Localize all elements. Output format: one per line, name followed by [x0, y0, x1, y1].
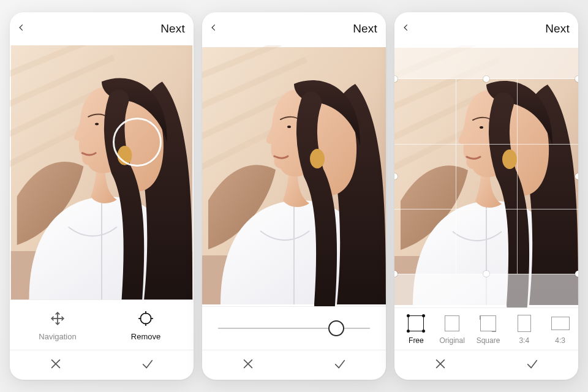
x-icon	[241, 357, 255, 373]
slider-knob[interactable]	[328, 320, 344, 336]
editor-screen-crop: Next Free	[394, 12, 578, 380]
check-icon	[526, 357, 539, 373]
ratio-free-label: Free	[409, 336, 424, 345]
editor-screen-heal: Next	[10, 12, 194, 380]
edited-photo	[10, 45, 194, 300]
crop-handle-se[interactable]	[575, 271, 578, 277]
next-button[interactable]: Next	[160, 22, 185, 36]
tool-remove-label: Remove	[131, 332, 160, 341]
ratio-original[interactable]: Original	[435, 314, 469, 345]
tool-remove[interactable]: Remove	[102, 307, 190, 344]
ratio-3-4-label: 3:4	[519, 336, 529, 345]
ratio-square-label: Square	[477, 336, 500, 345]
tool-navigation-label: Navigation	[39, 332, 76, 341]
crop-handle-e[interactable]	[575, 173, 578, 179]
chevron-left-icon	[209, 23, 218, 34]
topbar: Next	[394, 12, 578, 45]
svg-point-10	[140, 313, 151, 323]
back-button[interactable]	[208, 23, 219, 34]
adjust-slider-row	[202, 306, 386, 350]
photo-canvas[interactable]	[202, 45, 386, 306]
check-icon	[333, 357, 347, 373]
confirm-button[interactable]	[486, 350, 578, 380]
confirm-row	[202, 350, 386, 380]
cancel-button[interactable]	[202, 350, 294, 380]
chevron-left-icon	[17, 23, 26, 34]
crop-grid[interactable]	[394, 78, 578, 274]
adjust-slider[interactable]	[218, 328, 370, 329]
free-crop-icon	[407, 314, 425, 333]
crop-dim-top	[394, 45, 578, 78]
topbar: Next	[202, 12, 386, 45]
edited-photo	[202, 45, 386, 306]
aspect-ratio-row: Free Original Square 3:4 4:3	[394, 307, 578, 350]
crop-handle-n[interactable]	[483, 76, 489, 82]
crop-dim-bottom	[394, 274, 578, 307]
photo-canvas[interactable]	[394, 45, 578, 307]
next-button[interactable]: Next	[353, 22, 377, 36]
ratio-4-3-icon	[551, 314, 570, 333]
target-icon	[137, 310, 154, 327]
back-button[interactable]	[16, 23, 27, 34]
ratio-square[interactable]: Square	[472, 314, 505, 345]
crop-handle-w[interactable]	[394, 173, 398, 179]
chevron-left-icon	[402, 23, 410, 34]
editor-screen-adjust: Next	[202, 12, 386, 380]
x-icon	[49, 357, 62, 373]
cancel-button[interactable]	[10, 350, 102, 380]
cancel-button[interactable]	[394, 350, 486, 380]
ratio-3-4[interactable]: 3:4	[507, 314, 541, 345]
confirm-row	[10, 350, 194, 380]
photo-canvas[interactable]	[10, 45, 194, 300]
tool-row: Navigation Remove	[10, 300, 194, 350]
back-button[interactable]	[401, 23, 412, 34]
crop-handle-nw[interactable]	[394, 76, 398, 82]
heal-loupe[interactable]	[113, 118, 162, 167]
ratio-original-label: Original	[440, 336, 465, 345]
original-ratio-icon	[443, 314, 461, 333]
move-arrows-icon	[49, 310, 66, 327]
topbar: Next	[10, 12, 194, 45]
ratio-3-4-icon	[515, 314, 533, 333]
confirm-button[interactable]	[294, 350, 386, 380]
confirm-row	[394, 350, 578, 380]
confirm-button[interactable]	[102, 350, 194, 380]
tool-navigation[interactable]: Navigation	[13, 307, 102, 344]
ratio-4-3-label: 4:3	[555, 336, 565, 345]
crop-handle-ne[interactable]	[575, 76, 578, 82]
next-button[interactable]: Next	[545, 22, 570, 36]
ratio-4-3[interactable]: 4:3	[543, 314, 577, 345]
square-ratio-icon	[479, 314, 497, 333]
check-icon	[141, 357, 154, 373]
x-icon	[434, 357, 447, 373]
crop-handle-s[interactable]	[483, 271, 489, 277]
ratio-free[interactable]: Free	[399, 314, 433, 345]
